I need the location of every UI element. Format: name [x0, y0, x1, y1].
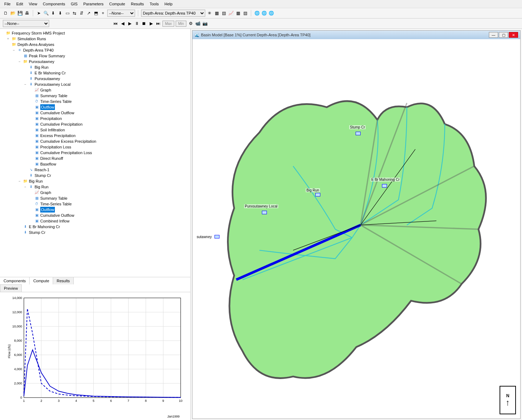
- expand-toggle[interactable]: −: [24, 82, 29, 87]
- globe-icon[interactable]: 🌐: [254, 10, 260, 16]
- node-punxlocal[interactable]: [262, 211, 267, 214]
- combo-none[interactable]: --None--: [107, 10, 135, 17]
- prev-icon[interactable]: ◀: [120, 21, 125, 26]
- camera-icon[interactable]: 📹: [195, 21, 201, 26]
- tree-item[interactable]: −✳Depth-Area TP40: [1, 47, 189, 53]
- first-icon[interactable]: ⏮: [113, 21, 118, 26]
- combo-deptharea[interactable]: Depth-Area: Depth-Area TP40: [141, 10, 205, 17]
- tree-item[interactable]: ⬇Punxsutawney: [1, 76, 189, 82]
- tool-icon[interactable]: ↗: [86, 10, 92, 16]
- gear-icon[interactable]: ⚙: [188, 21, 193, 26]
- snapshot-icon[interactable]: 📷: [202, 21, 208, 26]
- tree-item[interactable]: ⬇E Br Mahoning Cr: [1, 224, 189, 230]
- result-icon[interactable]: ▤: [242, 10, 248, 16]
- node-bigrun[interactable]: [315, 193, 320, 196]
- tree-item[interactable]: ▦Summary Table: [1, 93, 189, 99]
- tree-item[interactable]: ⬇Stump Cr: [1, 173, 189, 178]
- next-icon[interactable]: ▶: [148, 21, 154, 26]
- result-icon[interactable]: ▦: [214, 10, 219, 16]
- play-icon[interactable]: ▶: [127, 21, 133, 26]
- tree-item[interactable]: ▦Peak Flow Summary: [1, 53, 189, 59]
- stop-icon[interactable]: ⏹: [141, 21, 147, 26]
- result-icon[interactable]: ▤: [221, 10, 227, 16]
- compute-icon[interactable]: ✳: [207, 10, 212, 16]
- tree-item[interactable]: ⏱Time-Series Table: [1, 201, 189, 207]
- save-icon[interactable]: 💾: [17, 10, 23, 16]
- node-stump[interactable]: [356, 132, 361, 135]
- min-button[interactable]: Min: [176, 21, 186, 27]
- tree-item[interactable]: −📁Punxsutawney: [1, 59, 189, 64]
- map-canvas[interactable]: Stump Cr E Br Mahoning Cr Big Run Punxsu…: [192, 40, 520, 419]
- tool-icon[interactable]: ⇆: [72, 10, 77, 16]
- tree-item[interactable]: ▣Cumulative Outflow: [1, 212, 189, 218]
- tree-item[interactable]: ▣Cumulative Outflow: [1, 110, 189, 116]
- pan-icon[interactable]: ⬇: [50, 10, 56, 16]
- tool-icon[interactable]: ▭: [64, 10, 70, 16]
- result-icon[interactable]: 📈: [228, 10, 234, 16]
- expand-toggle[interactable]: −: [24, 184, 29, 190]
- tree-item[interactable]: ▦Summary Table: [1, 195, 189, 201]
- tool-icon[interactable]: ⬒: [93, 10, 99, 16]
- menu-results[interactable]: Results: [128, 1, 147, 7]
- tree-item[interactable]: ▣Outflow: [1, 104, 189, 110]
- tree-item[interactable]: ▣Cumulative Precipitation: [1, 121, 189, 127]
- tree-item[interactable]: ↘Reach-1: [1, 167, 189, 173]
- menu-file[interactable]: File: [1, 1, 14, 7]
- open-icon[interactable]: 📂: [10, 10, 16, 16]
- tree-item[interactable]: ▣Combined Inflow: [1, 218, 189, 224]
- tree-item[interactable]: ⬇Stump Cr: [1, 230, 189, 235]
- print-icon[interactable]: 🖶: [24, 10, 30, 16]
- tree-item[interactable]: −⬇Punxsutawney Local: [1, 82, 189, 87]
- tree-item[interactable]: ▣Excess Precipitation: [1, 133, 189, 138]
- menu-gis[interactable]: GIS: [68, 1, 81, 7]
- menu-edit[interactable]: Edit: [14, 1, 26, 7]
- maximize-button[interactable]: ▢: [499, 32, 508, 38]
- expand-toggle[interactable]: −: [19, 178, 23, 184]
- pause-icon[interactable]: ⏸: [134, 21, 140, 26]
- tool-icon[interactable]: ⇵: [79, 10, 84, 16]
- menu-tools[interactable]: Tools: [147, 1, 162, 7]
- tree-item[interactable]: 📈Graph: [1, 190, 189, 195]
- combo-none2[interactable]: --None--: [3, 20, 49, 27]
- menu-help[interactable]: Help: [162, 1, 176, 7]
- tree-item[interactable]: ▣Precipitation: [1, 116, 189, 121]
- pointer-icon[interactable]: ➤: [36, 10, 42, 16]
- close-button[interactable]: ✕: [509, 32, 518, 38]
- menu-components[interactable]: Components: [40, 1, 68, 7]
- node-ebr[interactable]: [382, 184, 387, 188]
- tab-results[interactable]: Results: [53, 277, 74, 284]
- tab-compute[interactable]: Compute: [30, 277, 53, 284]
- tool-icon[interactable]: ⬇: [57, 10, 63, 16]
- globe-icon[interactable]: 🌐: [261, 10, 267, 16]
- minimize-button[interactable]: —: [489, 32, 498, 38]
- expand-toggle[interactable]: +: [7, 36, 11, 42]
- tree-item[interactable]: ▣Precipitation Loss: [1, 144, 189, 150]
- tree-item[interactable]: ▣Soil Infiltration: [1, 127, 189, 133]
- project-tree[interactable]: 📁Frequency Storm HMS Project+📁Simulation…: [0, 29, 190, 277]
- add-icon[interactable]: +: [100, 10, 106, 16]
- tree-item[interactable]: ⬇E Br Mahoning Cr: [1, 70, 189, 76]
- tree-item[interactable]: 📁Frequency Storm HMS Project: [1, 30, 189, 36]
- node-punx[interactable]: [215, 235, 219, 238]
- last-icon[interactable]: ⏭: [155, 21, 161, 26]
- expand-toggle[interactable]: −: [19, 59, 23, 64]
- result-icon[interactable]: ▦: [235, 10, 241, 16]
- tree-item[interactable]: ▣Direct Runoff: [1, 156, 189, 161]
- zoom-icon[interactable]: 🔍: [43, 10, 49, 16]
- tree-item[interactable]: ▣Cumulative Excess Precipitation: [1, 138, 189, 144]
- menu-compute[interactable]: Compute: [107, 1, 128, 7]
- menu-view[interactable]: View: [26, 1, 40, 7]
- tree-item[interactable]: ⬇Big Run: [1, 64, 189, 70]
- tree-item[interactable]: −⬇Big Run: [1, 184, 189, 190]
- globe-icon[interactable]: 🌐: [268, 10, 274, 16]
- tree-item[interactable]: 📁Depth-Area Analyses: [1, 42, 189, 47]
- new-icon[interactable]: 🗋: [3, 10, 9, 16]
- tree-item[interactable]: ▣Baseflow: [1, 161, 189, 167]
- expand-toggle[interactable]: −: [13, 47, 17, 53]
- max-button[interactable]: Max: [162, 21, 174, 27]
- tree-item[interactable]: ⏱Time-Series Table: [1, 99, 189, 104]
- tab-components[interactable]: Components: [0, 277, 30, 284]
- tree-item[interactable]: −📁Big Run: [1, 178, 189, 184]
- menu-parameters[interactable]: Parameters: [81, 1, 107, 7]
- tree-item[interactable]: +📁Simulation Runs: [1, 36, 189, 42]
